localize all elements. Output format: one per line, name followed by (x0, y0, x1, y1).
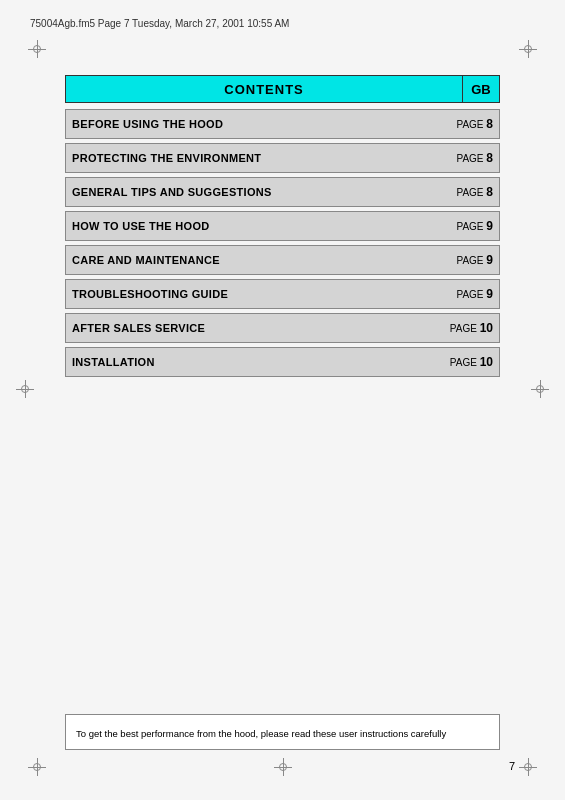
toc-row-page-2: PAGE 8 (456, 185, 493, 199)
toc-row-page-1: PAGE 8 (456, 151, 493, 165)
toc-row-label-5: TROUBLESHOOTING GUIDE (72, 288, 456, 300)
crosshair-mid-left (16, 380, 34, 398)
toc-rows: BEFORE USING THE HOODPAGE 8PROTECTING TH… (65, 109, 500, 377)
toc-row-0: BEFORE USING THE HOODPAGE 8 (65, 109, 500, 139)
header-bar: 75004Agb.fm5 Page 7 Tuesday, March 27, 2… (30, 18, 535, 29)
bottom-note-text: To get the best performance from the hoo… (76, 728, 446, 739)
crosshair-top-left (28, 40, 46, 58)
toc-row-7: INSTALLATIONPAGE 10 (65, 347, 500, 377)
contents-gb-box: GB (462, 75, 500, 103)
toc-row-label-4: CARE AND MAINTENANCE (72, 254, 456, 266)
contents-header: CONTENTS GB (65, 75, 500, 103)
crosshair-bottom-center (274, 758, 292, 776)
crosshair-mid-right (531, 380, 549, 398)
toc-row-page-3: PAGE 9 (456, 219, 493, 233)
file-info: 75004Agb.fm5 Page 7 Tuesday, March 27, 2… (30, 18, 289, 29)
toc-row-label-1: PROTECTING THE ENVIRONMENT (72, 152, 456, 164)
toc-row-label-6: AFTER SALES SERVICE (72, 322, 450, 334)
toc-row-4: CARE AND MAINTENANCEPAGE 9 (65, 245, 500, 275)
toc-row-page-5: PAGE 9 (456, 287, 493, 301)
contents-title-box: CONTENTS (65, 75, 462, 103)
crosshair-bottom-right (519, 758, 537, 776)
content-area: CONTENTS GB BEFORE USING THE HOODPAGE 8P… (65, 75, 500, 725)
bottom-note: To get the best performance from the hoo… (65, 714, 500, 750)
toc-row-page-0: PAGE 8 (456, 117, 493, 131)
toc-row-6: AFTER SALES SERVICEPAGE 10 (65, 313, 500, 343)
toc-row-label-3: HOW TO USE THE HOOD (72, 220, 456, 232)
toc-row-page-6: PAGE 10 (450, 321, 493, 335)
toc-row-label-0: BEFORE USING THE HOOD (72, 118, 456, 130)
crosshair-top-right (519, 40, 537, 58)
contents-gb-label: GB (471, 82, 491, 97)
page-container: 75004Agb.fm5 Page 7 Tuesday, March 27, 2… (0, 0, 565, 800)
page-number: 7 (509, 760, 515, 772)
crosshair-bottom-left (28, 758, 46, 776)
contents-title: CONTENTS (224, 82, 304, 97)
toc-row-3: HOW TO USE THE HOODPAGE 9 (65, 211, 500, 241)
toc-row-label-7: INSTALLATION (72, 356, 450, 368)
toc-row-label-2: GENERAL TIPS AND SUGGESTIONS (72, 186, 456, 198)
toc-row-1: PROTECTING THE ENVIRONMENTPAGE 8 (65, 143, 500, 173)
toc-row-page-4: PAGE 9 (456, 253, 493, 267)
toc-row-2: GENERAL TIPS AND SUGGESTIONSPAGE 8 (65, 177, 500, 207)
toc-row-page-7: PAGE 10 (450, 355, 493, 369)
toc-row-5: TROUBLESHOOTING GUIDEPAGE 9 (65, 279, 500, 309)
